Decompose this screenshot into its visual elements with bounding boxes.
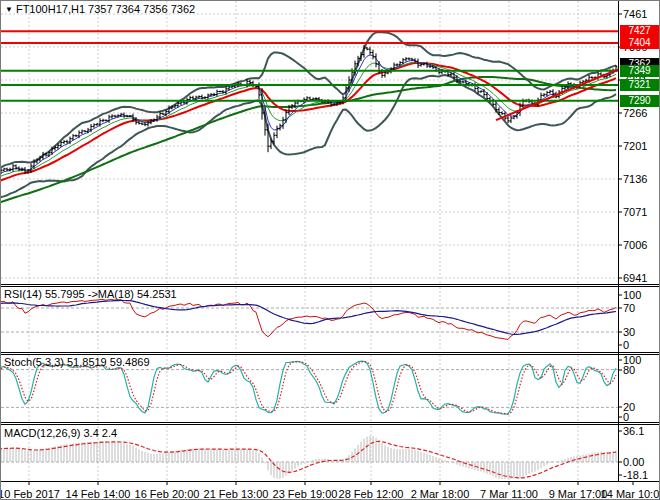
price-level-badge: 7404 [620,37,659,49]
macd-scale-label: 0.00 [623,456,644,468]
time-axis-label: 23 Feb 19:00 [273,488,338,500]
chart-window: ▼FT100H17,H1 7357 7364 7356 7362 RSI(14)… [0,0,660,500]
price-tick-label: 7006 [623,239,647,251]
price-level-badge: 7321 [620,79,659,91]
time-axis-label: 10 Feb 2017 [0,488,60,500]
stoch-panel-header: Stoch(5,3,3) 51.8519 59.4869 [4,356,150,368]
time-axis-label: 21 Feb 13:00 [204,488,269,500]
price-tick-label: 7201 [623,140,647,152]
time-axis-label: 14 Mar 10:00 [601,488,660,500]
macd-panel-header: MACD(12,26,9) 3.4 2.4 [4,427,117,439]
stoch-scale-label: 80 [623,364,635,376]
price-tick-label: 6941 [623,272,647,284]
symbol-ohlc-label: ▼FT100H17,H1 7357 7364 7356 7362 [5,3,195,16]
price-tick-label: 7071 [623,206,647,218]
time-axis-label: 16 Feb 20:00 [135,488,200,500]
price-tick-label: 7266 [623,107,647,119]
time-axis-label: 14 Feb 14:00 [66,488,131,500]
rsi-panel-header: RSI(14) 55.7995 ->MA(18) 54.2531 [4,288,177,300]
chart-canvas[interactable] [1,1,660,500]
rsi-scale-label: 30 [623,326,635,338]
price-tick-label: 7461 [623,8,647,20]
rsi-scale-label: 0 [623,339,629,351]
macd-scale-label: -18.1 [623,469,648,481]
symbol-ohlc-text: FT100H17,H1 7357 7364 7356 7362 [16,3,195,15]
price-tick-label: 7136 [623,173,647,185]
price-level-badge: 7290 [620,95,659,107]
price-level-badge: 7427 [620,25,659,37]
rsi-scale-label: 70 [623,302,635,314]
time-axis-label: 7 Mar 11:00 [480,488,538,500]
symbol-dropdown-marker-icon: ▼ [5,5,13,14]
stoch-scale-label: 0 [623,411,629,423]
time-axis-label: 9 Mar 17:00 [549,488,608,500]
time-axis-label: 2 Mar 18:00 [411,488,470,500]
price-level-badge: 7349 [620,65,659,77]
macd-scale-label: 36.1 [623,425,644,437]
rsi-scale-label: 100 [623,289,641,301]
time-axis-label: 28 Feb 12:00 [339,488,404,500]
